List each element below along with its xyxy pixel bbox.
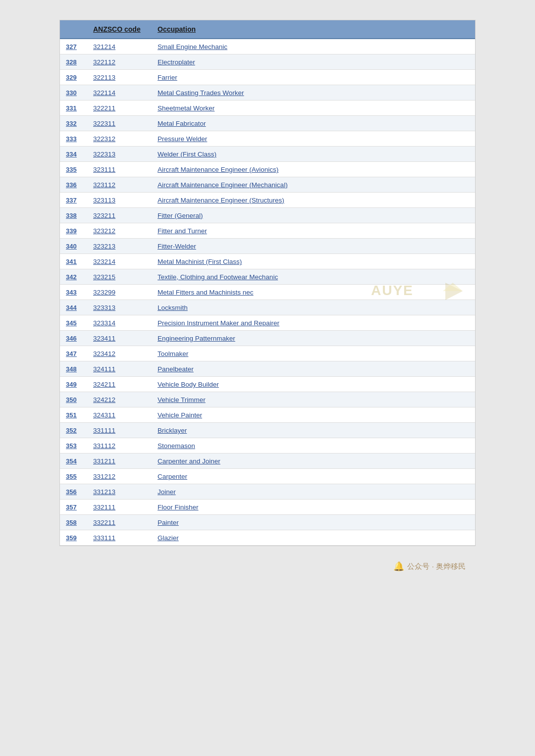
- row-number-link[interactable]: 337: [66, 197, 77, 204]
- row-number[interactable]: 342: [60, 269, 87, 285]
- occupation-link[interactable]: Textile, Clothing and Footwear Mechanic: [158, 273, 278, 281]
- anzsco-code-link[interactable]: 331212: [93, 473, 115, 480]
- occupation-link[interactable]: Glazier: [158, 534, 179, 542]
- anzsco-code-link[interactable]: 333111: [93, 534, 115, 542]
- row-number-link[interactable]: 329: [66, 74, 77, 81]
- row-number-link[interactable]: 346: [66, 335, 77, 342]
- anzsco-code-link[interactable]: 322313: [93, 151, 115, 158]
- occupation-link[interactable]: Sheetmetal Worker: [158, 104, 214, 112]
- occupation-link[interactable]: Aircraft Maintenance Engineer (Mechanica…: [158, 181, 288, 189]
- anzsco-code-link[interactable]: 324211: [93, 381, 115, 388]
- row-number[interactable]: 334: [60, 147, 87, 162]
- row-number-link[interactable]: 359: [66, 534, 77, 542]
- anzsco-code-link[interactable]: 324311: [93, 411, 115, 419]
- anzsco-code-link[interactable]: 331111: [93, 427, 115, 434]
- row-number[interactable]: 339: [60, 223, 87, 239]
- row-number-link[interactable]: 352: [66, 427, 77, 434]
- row-number[interactable]: 357: [60, 500, 87, 515]
- row-number-link[interactable]: 354: [66, 457, 77, 465]
- row-number-link[interactable]: 347: [66, 350, 77, 357]
- row-number[interactable]: 353: [60, 438, 87, 454]
- occupation-link[interactable]: Small Engine Mechanic: [158, 43, 227, 50]
- row-number[interactable]: 341: [60, 254, 87, 269]
- occupation-link[interactable]: Carpenter: [158, 473, 187, 480]
- row-number[interactable]: 355: [60, 469, 87, 484]
- row-number[interactable]: 328: [60, 54, 87, 70]
- row-number[interactable]: 330: [60, 85, 87, 101]
- row-number[interactable]: 358: [60, 515, 87, 530]
- row-number-link[interactable]: 356: [66, 488, 77, 496]
- row-number[interactable]: 354: [60, 454, 87, 469]
- anzsco-code-link[interactable]: 323314: [93, 319, 115, 327]
- row-number[interactable]: 349: [60, 377, 87, 392]
- occupation-link[interactable]: Carpenter and Joiner: [158, 457, 220, 465]
- occupation-link[interactable]: Stonemason: [158, 442, 195, 450]
- occupation-link[interactable]: Aircraft Maintenance Engineer (Avionics): [158, 166, 278, 173]
- anzsco-code-link[interactable]: 324111: [93, 365, 115, 373]
- row-number-link[interactable]: 328: [66, 58, 77, 66]
- row-number[interactable]: 356: [60, 484, 87, 500]
- anzsco-code-link[interactable]: 323215: [93, 273, 115, 281]
- occupation-link[interactable]: Engineering Patternmaker: [158, 335, 235, 342]
- row-number[interactable]: 337: [60, 193, 87, 208]
- row-number[interactable]: 348: [60, 361, 87, 377]
- row-number[interactable]: 336: [60, 177, 87, 193]
- occupation-link[interactable]: Joiner: [158, 488, 176, 496]
- row-number-link[interactable]: 342: [66, 273, 77, 281]
- anzsco-code-link[interactable]: 322114: [93, 89, 115, 97]
- row-number[interactable]: 359: [60, 530, 87, 546]
- row-number-link[interactable]: 331: [66, 104, 77, 112]
- row-number[interactable]: 352: [60, 423, 87, 438]
- occupation-link[interactable]: Floor Finisher: [158, 504, 199, 511]
- row-number-link[interactable]: 333: [66, 135, 77, 143]
- row-number-link[interactable]: 339: [66, 227, 77, 235]
- occupation-link[interactable]: Panelbeater: [158, 365, 194, 373]
- anzsco-code-link[interactable]: 322311: [93, 120, 115, 127]
- row-number-link[interactable]: 341: [66, 258, 77, 265]
- row-number-link[interactable]: 335: [66, 166, 77, 173]
- occupation-link[interactable]: Farrier: [158, 74, 177, 81]
- anzsco-code-link[interactable]: 323112: [93, 181, 115, 189]
- row-number-link[interactable]: 345: [66, 319, 77, 327]
- occupation-link[interactable]: Metal Machinist (First Class): [158, 258, 242, 265]
- row-number[interactable]: 329: [60, 70, 87, 85]
- anzsco-code-link[interactable]: 323214: [93, 258, 115, 265]
- row-number[interactable]: 350: [60, 392, 87, 407]
- occupation-link[interactable]: Metal Fitters and Machinists nec: [158, 289, 254, 296]
- row-number-link[interactable]: 355: [66, 473, 77, 480]
- anzsco-code-link[interactable]: 324212: [93, 396, 115, 403]
- row-number[interactable]: 340: [60, 239, 87, 254]
- row-number-link[interactable]: 336: [66, 181, 77, 189]
- occupation-link[interactable]: Metal Fabricator: [158, 120, 206, 127]
- row-number-link[interactable]: 353: [66, 442, 77, 450]
- row-number-link[interactable]: 343: [66, 289, 77, 296]
- row-number-link[interactable]: 349: [66, 381, 77, 388]
- anzsco-code-link[interactable]: 323299: [93, 289, 115, 296]
- row-number-link[interactable]: 330: [66, 89, 77, 97]
- occupation-link[interactable]: Metal Casting Trades Worker: [158, 89, 244, 97]
- row-number[interactable]: 345: [60, 315, 87, 331]
- anzsco-code-link[interactable]: 332111: [93, 504, 115, 511]
- occupation-link[interactable]: Vehicle Trimmer: [158, 396, 206, 403]
- occupation-link[interactable]: Fitter-Welder: [158, 243, 196, 250]
- row-number[interactable]: 346: [60, 331, 87, 346]
- row-number-link[interactable]: 357: [66, 504, 77, 511]
- row-number-link[interactable]: 334: [66, 151, 77, 158]
- occupation-link[interactable]: Vehicle Painter: [158, 411, 202, 419]
- row-number-link[interactable]: 338: [66, 212, 77, 219]
- row-number[interactable]: 347: [60, 346, 87, 361]
- row-number[interactable]: 327: [60, 39, 87, 54]
- row-number[interactable]: 338: [60, 208, 87, 223]
- anzsco-code-link[interactable]: 331112: [93, 442, 115, 450]
- occupation-link[interactable]: Pressure Welder: [158, 135, 207, 143]
- row-number-link[interactable]: 351: [66, 411, 77, 419]
- anzsco-code-link[interactable]: 323111: [93, 166, 115, 173]
- row-number-link[interactable]: 358: [66, 519, 77, 526]
- occupation-link[interactable]: Bricklayer: [158, 427, 187, 434]
- occupation-link[interactable]: Painter: [158, 519, 179, 526]
- anzsco-code-link[interactable]: 323213: [93, 243, 115, 250]
- anzsco-code-link[interactable]: 332211: [93, 519, 115, 526]
- occupation-link[interactable]: Fitter (General): [158, 212, 203, 219]
- row-number[interactable]: 331: [60, 101, 87, 116]
- anzsco-code-link[interactable]: 323212: [93, 227, 115, 235]
